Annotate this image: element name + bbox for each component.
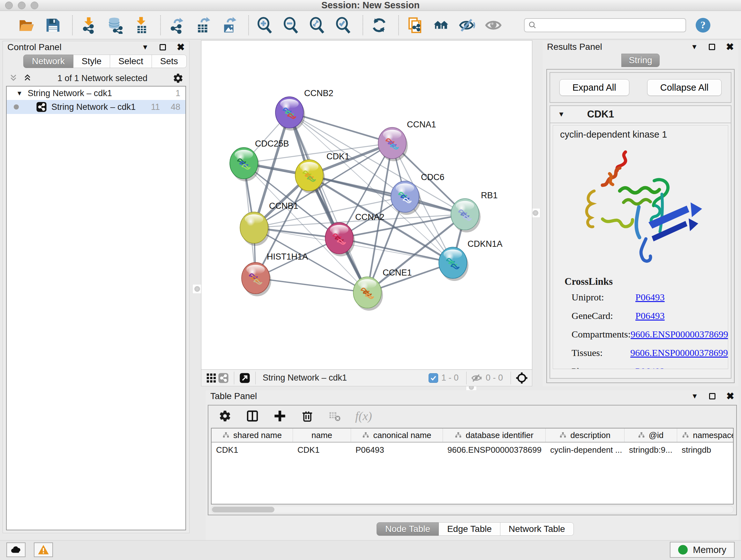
network-graph[interactable]: CCNB2CCNA1CDC25BCDK1CDC6RB1CCNB1CCNA2CDK…: [201, 41, 532, 369]
help-icon[interactable]: ?: [696, 18, 711, 33]
table-cell[interactable]: stringdb: [677, 445, 734, 455]
column-header-canonical-name[interactable]: canonical name: [351, 428, 443, 442]
open-session-icon[interactable]: [18, 16, 36, 35]
export-table-icon[interactable]: [194, 16, 212, 35]
export-network-icon[interactable]: [168, 16, 186, 35]
panel-close-icon[interactable]: ✖: [726, 393, 734, 399]
crosslink-link[interactable]: P06493: [635, 292, 665, 303]
node-hist1h1a[interactable]: [242, 262, 271, 296]
table-cell[interactable]: stringdb:9...: [624, 445, 677, 455]
node-ccnb2[interactable]: [275, 97, 305, 131]
import-database-icon[interactable]: [106, 16, 124, 35]
crosslink-link[interactable]: 9606.ENSP00000378699: [630, 329, 728, 340]
tab-string[interactable]: String: [621, 54, 660, 67]
expand-all-icon[interactable]: [23, 73, 32, 83]
memory-button[interactable]: Memory: [670, 542, 735, 558]
column-header-shared-name[interactable]: shared name: [212, 428, 293, 442]
node-cdk1[interactable]: [295, 160, 325, 193]
tab-edge-table[interactable]: Edge Table: [439, 522, 500, 536]
node-rb1[interactable]: [451, 199, 481, 233]
search-input[interactable]: [537, 19, 685, 31]
edge[interactable]: [339, 238, 453, 263]
scrollbar-thumb[interactable]: [212, 507, 274, 512]
gear-icon[interactable]: [173, 73, 184, 84]
panel-collapse-icon[interactable]: ▼: [691, 43, 698, 51]
column-header-name[interactable]: name: [293, 428, 351, 442]
panel-close-icon[interactable]: ✖: [726, 44, 734, 50]
panel-float-icon[interactable]: [159, 44, 166, 51]
zoom-selected-icon[interactable]: [334, 16, 352, 35]
node-ccne1[interactable]: [353, 277, 383, 311]
zoom-out-icon[interactable]: [282, 16, 300, 35]
node-ccna2[interactable]: [325, 223, 355, 256]
crosslink-label: GeneCard:: [564, 310, 635, 321]
node-cdkn1a[interactable]: [439, 247, 468, 281]
panel-float-icon[interactable]: [709, 393, 716, 399]
save-session-icon[interactable]: [44, 16, 62, 35]
add-row-icon[interactable]: [273, 409, 287, 423]
table-cell[interactable]: 9606.ENSP00000378699: [443, 445, 546, 455]
table-settings-gear-icon[interactable]: [218, 409, 232, 423]
edge-count: 48: [171, 102, 180, 112]
hide-selected-icon[interactable]: [458, 16, 476, 35]
export-image-icon[interactable]: [220, 16, 238, 35]
table-cell[interactable]: CDK1: [212, 445, 293, 455]
edge[interactable]: [256, 278, 367, 293]
table-cell[interactable]: cyclin-dependent ...: [546, 445, 624, 455]
node-cdc25b[interactable]: [230, 147, 259, 181]
zoom-fit-icon[interactable]: [308, 16, 326, 35]
cloud-status-button[interactable]: [6, 543, 25, 557]
grid-view-icon[interactable]: [205, 372, 217, 384]
import-table-icon[interactable]: [132, 16, 150, 35]
network-canvas[interactable]: CCNB2CCNA1CDC25BCDK1CDC6RB1CCNB1CCNA2CDK…: [201, 40, 532, 370]
column-header-namespace[interactable]: namespace: [677, 428, 734, 442]
network-share-gray-icon[interactable]: [217, 372, 229, 384]
tab-network[interactable]: Network: [23, 55, 73, 68]
network-share-icon: [36, 102, 47, 112]
show-all-icon[interactable]: [484, 16, 502, 35]
collapse-all-icon[interactable]: [9, 73, 18, 83]
zoom-in-icon[interactable]: [256, 16, 274, 35]
search-box[interactable]: [524, 18, 686, 32]
crosslink-link[interactable]: P06493: [635, 310, 665, 321]
network-collection-row[interactable]: ▼ String Network – cdk1 1: [7, 86, 185, 100]
expand-all-button[interactable]: Expand All: [559, 79, 629, 96]
tree-expand-icon[interactable]: ▼: [16, 90, 23, 97]
tab-sets[interactable]: Sets: [152, 55, 187, 68]
birdseye-crosshair-icon[interactable]: [515, 372, 528, 384]
panel-collapse-icon[interactable]: ▼: [691, 392, 698, 400]
network-row-selected[interactable]: String Network – cdk1 11 48: [7, 100, 185, 114]
apply-layout-icon[interactable]: [370, 16, 388, 35]
table-row[interactable]: CDK1CDK1P064939606.ENSP00000378699cyclin…: [212, 442, 733, 457]
crosslink-link[interactable]: 9606.ENSP00000378699: [630, 348, 728, 358]
panel-collapse-icon[interactable]: ▼: [142, 43, 149, 51]
node-table[interactable]: shared namenamecanonical namedatabase id…: [211, 428, 734, 504]
left-splitter-handle[interactable]: [192, 284, 202, 294]
network-from-selection-icon[interactable]: [406, 16, 424, 35]
crosslink-link[interactable]: P06493: [635, 366, 665, 369]
column-header-database-identifier[interactable]: database identifier: [443, 428, 546, 442]
column-header-description[interactable]: description: [546, 428, 624, 442]
warning-status-button[interactable]: [34, 543, 53, 557]
table-cell[interactable]: P06493: [351, 445, 443, 455]
entry-collapse-icon[interactable]: ▼: [558, 110, 565, 118]
horizontal-scrollbar[interactable]: [211, 506, 734, 513]
tab-network-table[interactable]: Network Table: [500, 522, 574, 536]
tab-select[interactable]: Select: [110, 55, 152, 68]
delete-row-trash-icon[interactable]: [300, 409, 314, 423]
panel-float-icon[interactable]: [709, 44, 715, 50]
node-details-header[interactable]: ▼ CDK1: [550, 106, 731, 123]
collapse-all-button[interactable]: Collapse All: [647, 79, 722, 96]
neighbors-icon[interactable]: [432, 16, 450, 35]
tab-node-table[interactable]: Node Table: [377, 522, 439, 536]
table-cell[interactable]: CDK1: [293, 445, 351, 455]
node-ccna1[interactable]: [378, 127, 408, 161]
detach-view-icon[interactable]: [239, 372, 251, 384]
column-header--id[interactable]: @id: [624, 428, 677, 442]
show-columns-icon[interactable]: [246, 409, 259, 423]
selected-checkbox-icon[interactable]: [428, 373, 438, 383]
edge[interactable]: [289, 112, 367, 293]
import-network-icon[interactable]: [80, 16, 98, 35]
tab-style[interactable]: Style: [73, 55, 110, 68]
panel-close-icon[interactable]: ✖: [177, 44, 185, 51]
